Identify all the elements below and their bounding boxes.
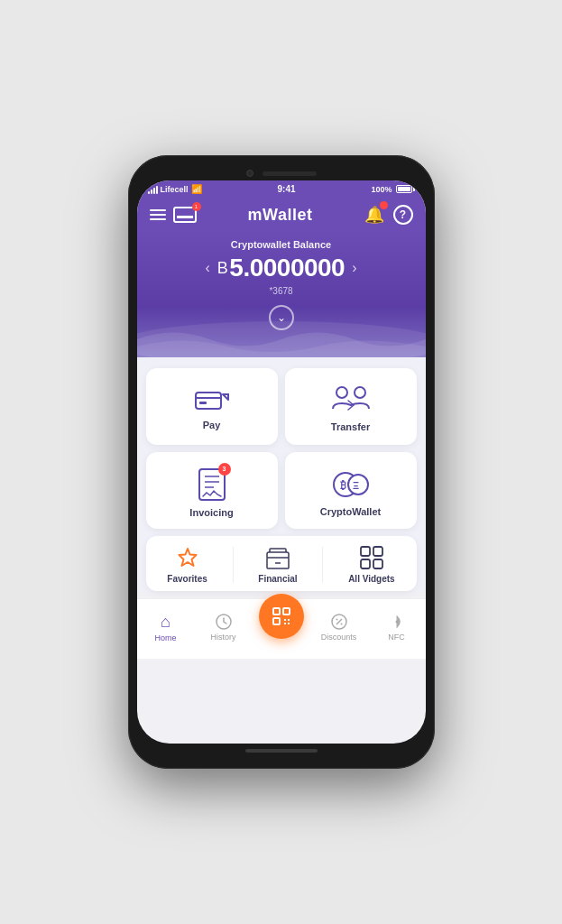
nav-discounts-label: Discounts bbox=[321, 633, 357, 642]
svg-rect-24 bbox=[284, 619, 286, 621]
balance-row: ‹ B 5.0000000 › bbox=[155, 254, 408, 282]
header-right: 🔔 ? bbox=[364, 205, 413, 225]
divider-2 bbox=[322, 547, 323, 583]
svg-rect-23 bbox=[273, 618, 280, 624]
balance-value: 5.0000000 bbox=[229, 254, 345, 282]
svg-rect-18 bbox=[361, 559, 370, 568]
transfer-icon-wrap bbox=[331, 385, 371, 416]
financial-icon bbox=[264, 545, 291, 570]
invoicing-badge: 3 bbox=[218, 463, 231, 476]
battery-percent: 100% bbox=[371, 185, 392, 194]
phone-screen: Lifecell 📶 9:41 100% 1 bbox=[137, 180, 426, 744]
carrier-name: Lifecell bbox=[161, 185, 189, 194]
status-right: 100% bbox=[371, 185, 414, 194]
transfer-label: Transfer bbox=[331, 421, 370, 432]
app-title: mWallet bbox=[248, 206, 313, 225]
svg-rect-22 bbox=[283, 608, 290, 614]
nav-scan[interactable] bbox=[253, 605, 310, 650]
app-header: 1 mWallet 🔔 ? bbox=[137, 198, 426, 230]
discounts-icon bbox=[330, 613, 348, 631]
wifi-icon: 📶 bbox=[191, 184, 202, 194]
favorites-button[interactable]: Favorites bbox=[160, 545, 214, 584]
nav-home-label: Home bbox=[154, 633, 176, 642]
widget-row: Favorites Financial bbox=[146, 536, 417, 591]
balance-amount: B 5.0000000 bbox=[217, 254, 345, 282]
battery-icon bbox=[396, 185, 415, 193]
svg-point-32 bbox=[395, 621, 398, 624]
pay-icon-wrap bbox=[194, 387, 230, 414]
notifications-button[interactable]: 🔔 bbox=[364, 205, 384, 225]
phone-top-notch bbox=[137, 164, 426, 180]
nav-discounts[interactable]: Discounts bbox=[310, 613, 368, 642]
transfer-button[interactable]: Transfer bbox=[285, 368, 417, 445]
currency-symbol: B bbox=[217, 259, 228, 278]
status-time: 9:41 bbox=[277, 184, 295, 194]
cryptowallet-button[interactable]: ₿ Ξ CryptoWallet bbox=[285, 452, 417, 529]
transfer-icon bbox=[331, 385, 371, 416]
phone-speaker bbox=[263, 171, 317, 176]
account-number: *3678 bbox=[155, 286, 408, 296]
wave-decoration bbox=[137, 321, 426, 357]
next-wallet-button[interactable]: › bbox=[352, 260, 356, 276]
svg-rect-27 bbox=[288, 623, 290, 624]
notification-badge bbox=[380, 201, 388, 209]
expand-balance-button[interactable]: ⌄ bbox=[269, 305, 294, 330]
nfc-icon bbox=[388, 613, 406, 631]
svg-rect-21 bbox=[273, 608, 280, 614]
favorites-label: Favorites bbox=[167, 574, 207, 584]
svg-rect-19 bbox=[373, 559, 382, 568]
all-vidgets-label: All Vidgets bbox=[348, 574, 395, 584]
nav-home[interactable]: ⌂ Home bbox=[137, 613, 195, 642]
status-bar: Lifecell 📶 9:41 100% bbox=[137, 180, 426, 198]
cryptowallet-icon: ₿ Ξ bbox=[331, 468, 371, 501]
bottom-nav: ⌂ Home History bbox=[137, 598, 426, 659]
svg-rect-16 bbox=[361, 547, 370, 556]
home-indicator bbox=[245, 749, 318, 753]
signal-icon bbox=[148, 185, 158, 194]
svg-point-5 bbox=[355, 387, 365, 398]
card-switcher-button[interactable]: 1 bbox=[173, 207, 197, 223]
cryptowallet-label: CryptoWallet bbox=[320, 506, 381, 517]
main-content: Pay Transfer bbox=[137, 357, 426, 591]
scan-icon bbox=[271, 605, 292, 627]
svg-rect-17 bbox=[373, 547, 382, 556]
svg-rect-2 bbox=[199, 402, 207, 404]
invoicing-label: Invoicing bbox=[189, 507, 233, 518]
svg-text:₿: ₿ bbox=[340, 479, 346, 492]
divider bbox=[233, 547, 234, 583]
card-badge: 1 bbox=[192, 202, 201, 211]
invoicing-button[interactable]: 3 Invoicing bbox=[146, 452, 278, 529]
svg-rect-25 bbox=[288, 619, 290, 621]
pay-button[interactable]: Pay bbox=[146, 368, 278, 445]
phone-bottom-bar bbox=[137, 744, 426, 758]
financial-label: Financial bbox=[258, 574, 297, 584]
help-button[interactable]: ? bbox=[393, 205, 413, 225]
financial-button[interactable]: Financial bbox=[251, 545, 304, 584]
invoicing-icon-wrap: 3 bbox=[198, 467, 226, 502]
all-vidgets-button[interactable]: All Vidgets bbox=[341, 545, 402, 584]
phone-camera bbox=[246, 170, 253, 177]
svg-rect-26 bbox=[284, 623, 286, 624]
scan-fab-button[interactable] bbox=[259, 594, 304, 639]
nav-nfc[interactable]: NFC bbox=[368, 613, 426, 642]
pay-icon bbox=[194, 387, 230, 414]
nav-history-label: History bbox=[210, 633, 235, 642]
action-grid: Pay Transfer bbox=[146, 368, 417, 529]
prev-wallet-button[interactable]: ‹ bbox=[205, 260, 209, 276]
cryptowallet-icon-wrap: ₿ Ξ bbox=[331, 468, 371, 501]
phone-frame: Lifecell 📶 9:41 100% 1 bbox=[128, 155, 435, 769]
svg-text:Ξ: Ξ bbox=[353, 480, 359, 491]
balance-label: Cryptowallet Balance bbox=[155, 239, 408, 250]
nav-nfc-label: NFC bbox=[388, 633, 405, 642]
nav-history[interactable]: History bbox=[195, 613, 253, 642]
home-icon: ⌂ bbox=[161, 613, 170, 632]
svg-point-30 bbox=[336, 619, 337, 621]
history-icon bbox=[215, 613, 233, 631]
status-left: Lifecell 📶 bbox=[148, 184, 202, 194]
pay-label: Pay bbox=[203, 420, 221, 430]
svg-rect-0 bbox=[196, 393, 221, 409]
favorites-icon bbox=[175, 545, 200, 570]
menu-button[interactable] bbox=[150, 209, 166, 220]
svg-point-4 bbox=[336, 387, 347, 398]
svg-point-31 bbox=[340, 624, 342, 625]
